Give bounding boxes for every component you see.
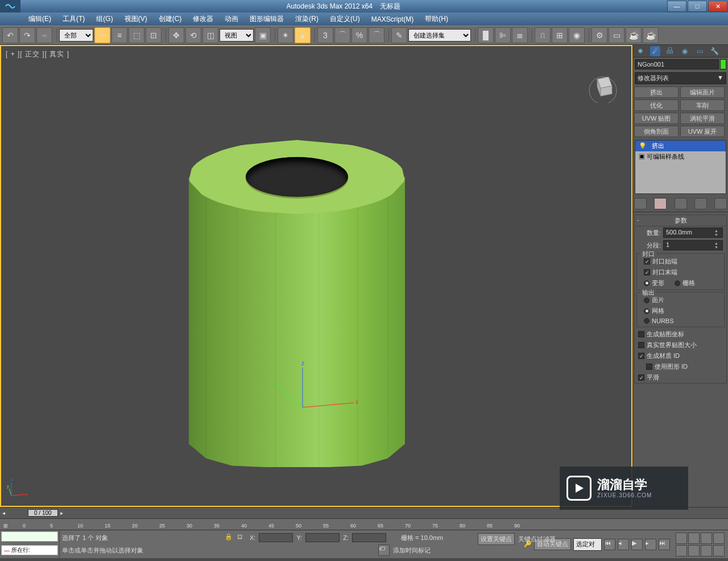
add-time-tag[interactable]: 添加时间标记 — [393, 546, 431, 555]
use-pivot-button[interactable]: ▣ — [255, 27, 271, 43]
ref-coord-dropdown[interactable]: 视图 — [220, 29, 254, 42]
frame-indicator[interactable]: 0 / 100 — [28, 509, 58, 517]
mod-btn-turbosmooth[interactable]: 涡轮平滑 — [680, 113, 725, 124]
spinner-snap-button[interactable]: ⌒ — [369, 27, 384, 43]
select-by-name-button[interactable]: ≡ — [111, 27, 127, 43]
menu-group[interactable]: 组(G) — [90, 14, 118, 24]
scale-button[interactable]: ◫ — [202, 27, 218, 43]
stack-item-editablespline[interactable]: ▣ 可编辑样条线 — [635, 151, 726, 162]
use-shape-id-checkbox[interactable] — [646, 364, 652, 370]
mod-btn-uvwmap[interactable]: UVW 贴图 — [634, 113, 679, 124]
object-name-input[interactable] — [635, 59, 719, 69]
maximize-button[interactable]: □ — [688, 1, 707, 12]
snap-toggle-button[interactable]: 3 — [317, 27, 333, 43]
make-unique-button[interactable] — [675, 198, 687, 209]
time-tag-icon[interactable]: 🏷 — [378, 544, 390, 556]
link-button[interactable]: ⎓ — [36, 27, 52, 43]
smooth-checkbox[interactable]: ✓ — [638, 374, 644, 381]
undo-button[interactable]: ↶ — [2, 27, 18, 43]
menu-animation[interactable]: 动画 — [219, 14, 244, 24]
named-sel-dropdown[interactable]: 创建选择集 — [408, 29, 471, 42]
rotate-button[interactable]: ⟲ — [185, 27, 201, 43]
menu-views[interactable]: 视图(V) — [119, 14, 153, 24]
angle-snap-button[interactable]: ⌒ — [334, 27, 350, 43]
material-editor-button[interactable]: ◉ — [569, 27, 585, 43]
script-listener[interactable]: — 所在行: — [0, 530, 60, 558]
zoom-icon[interactable] — [676, 533, 687, 544]
menu-help[interactable]: 帮助(H) — [419, 14, 454, 24]
tab-modify-icon[interactable]: ☄ — [650, 46, 660, 56]
tab-create-icon[interactable]: ✸ — [635, 46, 646, 56]
rectangular-region-button[interactable]: ⬚ — [129, 27, 144, 43]
selection-filter-dropdown[interactable]: 全部 — [59, 29, 93, 42]
segments-spinner[interactable]: 1▲▼ — [663, 240, 723, 250]
stack-item-extrude[interactable]: 💡 挤出 — [635, 141, 726, 151]
menu-modifiers[interactable]: 修改器 — [187, 14, 219, 24]
x-coord-input[interactable] — [259, 533, 293, 542]
mod-btn-editpatch[interactable]: 编辑面片 — [680, 86, 725, 98]
viewport-label[interactable]: [ + ][ 正交 ][ 真实 ] — [6, 50, 69, 59]
maximize-viewport-icon[interactable] — [701, 545, 712, 556]
parameters-rollout-header[interactable]: -参数 — [635, 215, 726, 226]
patch-radio[interactable] — [644, 298, 650, 303]
configure-sets-button[interactable] — [714, 198, 727, 209]
zoom-all-icon[interactable] — [688, 533, 700, 544]
app-icon[interactable] — [0, 0, 20, 13]
key-filters-dropdown[interactable] — [573, 538, 602, 551]
percent-snap-button[interactable]: % — [351, 27, 367, 43]
play-button[interactable]: ▶ — [631, 539, 643, 550]
tab-display-icon[interactable]: ▭ — [694, 46, 705, 56]
menu-tools[interactable]: 工具(T) — [57, 14, 90, 24]
edit-named-sel-button[interactable]: ✎ — [391, 27, 407, 43]
render-production-button[interactable]: ☕ — [643, 27, 659, 43]
menu-edit[interactable]: 编辑(E) — [23, 14, 57, 24]
keyboard-shortcut-button[interactable]: ▲ — [295, 27, 311, 43]
grid-radio[interactable] — [675, 280, 680, 286]
key-filters-label[interactable]: 关键点过滤器... — [518, 535, 561, 543]
track-bar[interactable]: ⊞ 051015202530354045505560657075808590 — [0, 518, 728, 530]
modifier-list-dropdown[interactable]: 修改器列表▼ — [635, 72, 726, 84]
show-end-result-button[interactable] — [654, 198, 667, 209]
prev-frame-button[interactable]: ◂ — [618, 539, 629, 550]
menu-rendering[interactable]: 渲染(R) — [289, 14, 324, 24]
mesh-radio[interactable] — [644, 308, 650, 314]
goto-end-button[interactable]: ⏭ — [659, 539, 670, 550]
close-button[interactable]: ✕ — [708, 1, 727, 12]
modifier-stack[interactable]: 💡 挤出 ▣ 可编辑样条线 — [635, 140, 726, 194]
selection-lock-icon[interactable]: ⊡ — [237, 533, 246, 542]
setkey-button[interactable]: 设置关键点 — [478, 533, 515, 545]
mod-btn-bevelprofile[interactable]: 倒角剖面 — [634, 126, 679, 137]
min-max-toggle-icon[interactable] — [713, 545, 725, 556]
field-of-view-icon[interactable] — [713, 533, 725, 544]
minimize-button[interactable]: — — [667, 1, 686, 12]
menu-create[interactable]: 创建(C) — [153, 14, 188, 24]
curve-editor-button[interactable]: ⎍ — [535, 27, 551, 43]
mod-btn-lathe[interactable]: 车削 — [680, 100, 725, 111]
amount-spinner[interactable]: 500.0mm▲▼ — [663, 228, 723, 238]
orbit-icon[interactable] — [688, 545, 700, 556]
viewcube[interactable] — [586, 69, 620, 103]
schematic-view-button[interactable]: ⊞ — [552, 27, 568, 43]
rendered-frame-button[interactable]: ▭ — [609, 27, 624, 43]
tab-motion-icon[interactable]: ◉ — [680, 46, 690, 56]
mirror-button[interactable]: ▐▌ — [478, 27, 494, 43]
menu-grapheditors[interactable]: 图形编辑器 — [244, 14, 289, 24]
window-crossing-button[interactable]: ⊡ — [146, 27, 162, 43]
track-bar-toggle-icon[interactable]: ⊞ — [3, 523, 8, 529]
lock-icon[interactable]: 🔒 — [225, 533, 234, 542]
next-frame-button[interactable]: ▸ — [645, 539, 656, 550]
pin-stack-button[interactable] — [634, 198, 647, 209]
tab-utilities-icon[interactable]: 🔧 — [709, 46, 719, 56]
remove-modifier-button[interactable] — [694, 198, 707, 209]
y-coord-input[interactable] — [305, 533, 340, 542]
manipulate-button[interactable]: ✶ — [278, 27, 293, 43]
align-button[interactable]: ⊫ — [495, 27, 511, 43]
goto-start-button[interactable]: ⏮ — [604, 539, 615, 550]
tab-hierarchy-icon[interactable]: 品 — [665, 46, 675, 56]
move-button[interactable]: ✥ — [168, 27, 184, 43]
object-color-swatch[interactable] — [720, 59, 726, 69]
cap-start-checkbox[interactable]: ✓ — [644, 258, 650, 265]
render-setup-button[interactable]: ⚙ — [592, 27, 607, 43]
menu-maxscript[interactable]: MAXScript(M) — [366, 15, 420, 23]
mod-btn-extrude[interactable]: 挤出 — [634, 86, 679, 98]
